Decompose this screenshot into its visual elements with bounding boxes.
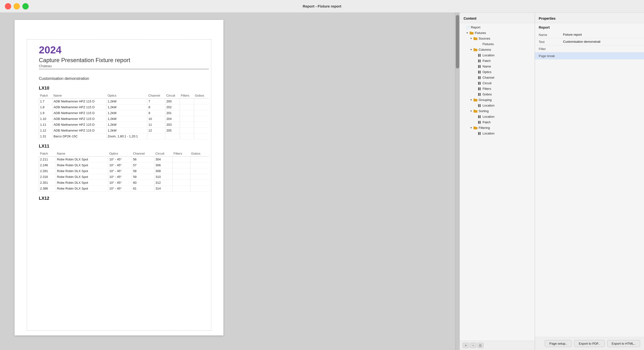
minimize-button[interactable] [14, 3, 20, 9]
column-icon [477, 59, 482, 63]
tree-item-label: Location [482, 132, 494, 135]
preview-scrollbar[interactable] [455, 13, 460, 350]
chevron-icon [473, 121, 477, 124]
page-setup---button[interactable]: Page setup.. [545, 340, 572, 347]
maximize-button[interactable] [22, 3, 29, 9]
svg-rect-5 [474, 48, 475, 49]
prop-row[interactable]: Filter [535, 45, 644, 52]
prop-row[interactable]: TextCustomisation demonstrati [535, 38, 644, 45]
tree-item-label: Grouping [479, 98, 492, 102]
tree-item-grp-location[interactable]: Location [460, 103, 535, 108]
tree-item-label: Columns [479, 48, 491, 51]
column-icon [477, 70, 482, 74]
scrollbar-thumb[interactable] [456, 15, 459, 68]
prop-value: Customisation demonstrati [563, 40, 640, 43]
tree-area[interactable]: 📄Report▼Fixtures▼SourcesFixtures▼Columns… [460, 23, 535, 341]
window-controls [5, 3, 29, 9]
tree-item-report[interactable]: 📄Report [460, 24, 535, 30]
tree-item-sort-location[interactable]: Location [460, 114, 535, 119]
prop-label: Name [539, 33, 563, 37]
remove-item-button[interactable]: − [470, 343, 476, 348]
chevron-icon [473, 42, 477, 46]
svg-rect-3 [474, 37, 475, 38]
tree-item-col-name[interactable]: Name [460, 64, 535, 69]
tree-item-label: Patch [482, 120, 490, 124]
tree-item-fixtures2[interactable]: Fixtures [460, 41, 535, 47]
tree-item-col-channel[interactable]: Channel [460, 75, 535, 80]
svg-rect-7 [474, 98, 475, 99]
prop-label: Filter [539, 47, 563, 51]
tree-item-col-patch[interactable]: Patch [460, 58, 535, 64]
tree-item-label: Filtering [479, 126, 490, 130]
close-button[interactable] [5, 3, 11, 9]
chevron-icon [473, 81, 477, 85]
chevron-icon [473, 93, 477, 96]
column-icon [477, 65, 482, 68]
tree-item-label: Report [471, 25, 480, 29]
leaf-icon [477, 42, 482, 46]
chevron-icon: ▼ [470, 48, 473, 51]
column-icon [477, 121, 482, 124]
chevron-icon: ▼ [470, 126, 473, 130]
tree-item-col-circuit[interactable]: Circuit [460, 80, 535, 86]
folder-icon [473, 98, 478, 102]
tree-item-label: Channel [482, 76, 494, 79]
tree-item-label: Name [482, 64, 491, 68]
tree-item-label: Fixtures [475, 31, 486, 35]
chevron-icon [473, 115, 477, 118]
tree-item-col-filters[interactable]: Filters [460, 86, 535, 91]
tree-item-label: Patch [482, 59, 490, 63]
export-to-html---button[interactable]: Export to HTML.. [607, 340, 640, 347]
tree-item-columns[interactable]: ▼Columns [460, 47, 535, 52]
folder-icon [473, 37, 478, 40]
export-to-pdf---button[interactable]: Export to PDF.. [574, 340, 604, 347]
svg-rect-1 [470, 31, 471, 32]
tree-item-label: Sources [479, 37, 490, 40]
prop-section: Report NameFixture reportTextCustomisati… [535, 23, 644, 59]
column-icon [477, 76, 482, 79]
report-icon: 📄 [466, 26, 470, 29]
chevron-icon [473, 54, 477, 57]
prop-section-title: Report [535, 23, 644, 31]
column-icon [477, 81, 482, 85]
titlebar: Report - Fixture report [0, 0, 644, 13]
tree-item-label: Fixtures [482, 42, 494, 46]
chevron-icon [473, 104, 477, 107]
prop-row[interactable]: NameFixture report [535, 31, 644, 38]
tree-item-col-gobos[interactable]: Gobos [460, 91, 535, 97]
tree-item-sort-patch[interactable]: Patch [460, 119, 535, 125]
chevron-icon [473, 65, 477, 68]
svg-rect-9 [474, 110, 475, 111]
column-icon [477, 132, 482, 135]
prop-row[interactable]: Page break [535, 52, 644, 59]
chevron-icon: ▼ [470, 37, 473, 40]
tree-item-label: Filters [482, 87, 491, 90]
content-panel-header: Content [460, 13, 535, 23]
settings-button[interactable]: ⊙ [477, 343, 484, 348]
folder-icon [473, 48, 478, 51]
tree-item-sources[interactable]: ▼Sources [460, 36, 535, 41]
folder-icon [473, 109, 478, 113]
prop-label: Page break [539, 54, 563, 58]
column-icon [477, 87, 482, 90]
app-body: 2024 Capture Presentation Fixture report… [0, 13, 644, 350]
tree-item-grouping[interactable]: ▼Grouping [460, 97, 535, 103]
column-icon [477, 54, 482, 57]
tree-item-col-optics[interactable]: Optics [460, 69, 535, 75]
properties-panel: Properties Report NameFixture reportText… [535, 13, 644, 350]
content-panel: Content 📄Report▼Fixtures▼SourcesFixtures… [460, 13, 535, 350]
tree-item-sorting[interactable]: ▼Sorting [460, 108, 535, 114]
tree-item-filtering[interactable]: ▼Filtering [460, 125, 535, 131]
window-title: Report - Fixture report [302, 4, 341, 8]
chevron-icon [473, 132, 477, 135]
content-footer: + − ⊙ [460, 341, 535, 350]
tree-item-label: Optics [482, 70, 492, 74]
chevron-icon: ▼ [470, 98, 473, 102]
chevron-icon [473, 76, 477, 79]
tree-item-filt-location[interactable]: Location [460, 131, 535, 136]
chevron-icon [473, 59, 477, 63]
add-item-button[interactable]: + [462, 343, 469, 348]
tree-item-fixtures[interactable]: ▼Fixtures [460, 30, 535, 36]
tree-item-col-location[interactable]: Location [460, 52, 535, 58]
chevron-icon: ▼ [466, 31, 469, 35]
